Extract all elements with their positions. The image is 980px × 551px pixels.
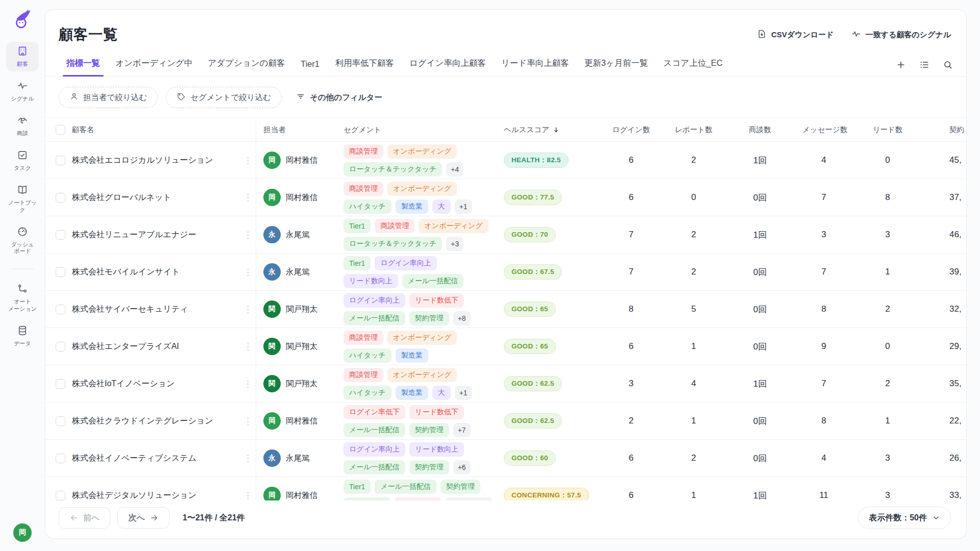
add-view-button[interactable]	[896, 60, 906, 70]
row-menu-kebab-icon[interactable]: ⋮	[243, 454, 252, 463]
row-checkbox[interactable]	[56, 491, 65, 500]
table-row[interactable]: 株式会社サイバーセキュリティ ⋮ 関 関戸翔太 ログイン率向上リード数低下 メー…	[45, 291, 966, 328]
segment-tag: +7	[453, 423, 471, 437]
leads-value: 3	[854, 230, 921, 240]
row-menu-kebab-icon[interactable]: ⋮	[243, 305, 252, 314]
view-tab[interactable]: アダプションの顧客	[200, 52, 292, 76]
row-checkbox[interactable]	[56, 267, 65, 277]
row-checkbox[interactable]	[56, 342, 65, 352]
segment-tag: 契約管理	[440, 480, 480, 494]
sidebar-item-label: 商談	[17, 130, 28, 137]
sidebar-item-label: ノートブック	[7, 199, 38, 214]
col-segment: セグメント	[341, 125, 500, 135]
more-filters-button[interactable]: その他のフィルター	[296, 92, 382, 103]
sidebar-item-automation[interactable]: オート メーション	[6, 280, 39, 316]
segment-tag: リード数向上	[409, 442, 464, 457]
arrow-left-icon	[69, 513, 79, 522]
row-menu-kebab-icon[interactable]: ⋮	[243, 231, 252, 239]
deals-value: 0回	[727, 341, 793, 353]
col-leads: リード数	[854, 125, 921, 135]
owner-name: 岡村雅信	[286, 490, 317, 501]
contract-value: 37,	[921, 192, 967, 203]
table-row[interactable]: 株式会社エンタープライズAI ⋮ 関 関戸翔太 商談管理オンボーディング ハイタ…	[45, 328, 966, 365]
deals-value: 1回	[727, 229, 793, 241]
owner-avatar: 岡	[263, 189, 281, 206]
view-tab[interactable]: リード率向上顧客	[494, 52, 577, 76]
deals-value: 0回	[727, 453, 793, 464]
table-row[interactable]: 株式会社グローバルネット ⋮ 岡 岡村雅信 商談管理オンボーディング ハイタッチ…	[45, 179, 966, 216]
sidebar-item-signal[interactable]: シグナル	[6, 77, 39, 106]
contract-value: 35,	[921, 379, 967, 389]
segment-tag: +1	[455, 386, 472, 400]
dashboard-icon	[17, 226, 28, 239]
table-row[interactable]: 株式会社リニューアブルエナジー ⋮ 永 永尾篤 Tier1商談管理オンボーディン…	[45, 216, 966, 254]
row-checkbox[interactable]	[56, 454, 65, 463]
view-tab[interactable]: 利用率低下顧客	[327, 52, 402, 76]
deals-value: 1回	[727, 378, 793, 390]
view-tab[interactable]: 更新3ヶ月前一覧	[577, 52, 656, 76]
reports-value: 4	[660, 379, 727, 389]
search-button[interactable]	[943, 60, 953, 70]
segment-tag: リード数低下	[409, 405, 464, 419]
segment-tag: ロータッチ＆テックタッチ	[344, 237, 442, 251]
user-avatar[interactable]: 岡	[13, 523, 32, 542]
app-logo-wizard-icon[interactable]	[11, 8, 34, 31]
view-tab[interactable]: ログイン率向上顧客	[402, 52, 494, 76]
row-checkbox[interactable]	[56, 230, 65, 240]
filter-by-segment-button[interactable]: セグメントで絞り込む	[166, 87, 282, 108]
header-actions: CSVダウンロード 一致する顧客のシグナル	[757, 29, 951, 40]
filter-row: 担当者で絞り込む セグメントで絞り込む その他のフィルター	[45, 77, 966, 117]
reports-value: 2	[660, 230, 727, 240]
prev-page-button[interactable]: 前へ	[59, 507, 110, 529]
owner-name: 関戸翔太	[286, 341, 317, 352]
row-checkbox[interactable]	[56, 305, 65, 314]
search-icon	[943, 60, 953, 70]
csv-download-button[interactable]: CSVダウンロード	[757, 29, 834, 40]
owner-name: 永尾篤	[286, 453, 310, 464]
segment-tag: ログイン率低下	[344, 405, 405, 419]
row-checkbox[interactable]	[56, 156, 65, 165]
table-row[interactable]: 株式会社IoTイノベーション ⋮ 関 関戸翔太 商談管理オンボーディング ハイタ…	[45, 365, 966, 403]
row-menu-kebab-icon[interactable]: ⋮	[243, 491, 252, 500]
row-checkbox[interactable]	[56, 416, 65, 426]
segment-tag: ロータッチ＆テックタッチ	[344, 162, 442, 177]
sidebar-item-dashboard[interactable]: ダッシュ ボード	[6, 222, 39, 259]
tag-line-2: ロータッチ＆テックタッチ+3	[344, 237, 500, 251]
table-row[interactable]: 株式会社イノベーティブシステム ⋮ 永 永尾篤 ログイン率向上リード数向上 メー…	[45, 440, 966, 477]
sidebar-item-database[interactable]: データ	[6, 321, 39, 351]
sidebar-item-task[interactable]: タスク	[6, 146, 39, 176]
contract-value: 46,	[921, 230, 967, 240]
health-score-badge: GOOD：60	[504, 450, 556, 466]
customer-name: 株式会社サイバーセキュリティ	[72, 304, 237, 315]
row-menu-kebab-icon[interactable]: ⋮	[243, 417, 252, 425]
view-tab[interactable]: 指標一覧	[59, 52, 108, 76]
sidebar-item-notebook[interactable]: ノートブック	[6, 181, 39, 217]
view-tab[interactable]: Tier1	[292, 53, 327, 76]
page-size-select[interactable]: 表示件数：50件	[858, 507, 951, 529]
select-all-checkbox[interactable]	[56, 125, 65, 135]
row-menu-kebab-icon[interactable]: ⋮	[243, 342, 252, 351]
row-checkbox[interactable]	[56, 379, 65, 389]
customer-name: 株式会社リニューアブルエナジー	[72, 230, 237, 240]
owner-name: 岡村雅信	[286, 155, 317, 166]
segment-tag: Tier1	[344, 256, 371, 270]
next-page-button[interactable]: 次へ	[117, 507, 169, 529]
matching-signals-button[interactable]: 一致する顧客のシグナル	[851, 29, 951, 40]
table-row[interactable]: 株式会社モバイルインサイト ⋮ 永 永尾篤 Tier1ログイン率向上 リード数向…	[45, 254, 966, 291]
tag-line-1: ログイン率低下リード数低下	[344, 405, 500, 419]
table-row[interactable]: 株式会社クラウドインテグレーション ⋮ 岡 岡村雅信 ログイン率低下リード数低下…	[45, 403, 966, 440]
row-checkbox[interactable]	[56, 193, 65, 203]
row-menu-kebab-icon[interactable]: ⋮	[243, 156, 252, 165]
row-menu-kebab-icon[interactable]: ⋮	[243, 268, 252, 277]
col-health-sort[interactable]: ヘルススコア	[500, 125, 602, 135]
filter-by-owner-button[interactable]: 担当者で絞り込む	[59, 87, 158, 108]
list-view-button[interactable]	[919, 60, 929, 70]
table-row[interactable]: 株式会社エコロジカルソリューション ⋮ 岡 岡村雅信 商談管理オンボーディング …	[45, 142, 966, 179]
sidebar-item-building[interactable]: 顧客	[6, 42, 39, 71]
row-menu-kebab-icon[interactable]: ⋮	[243, 380, 252, 388]
row-menu-kebab-icon[interactable]: ⋮	[243, 193, 252, 202]
view-tab[interactable]: スコア上位_EC	[656, 52, 730, 76]
owner-avatar: 関	[263, 338, 281, 355]
view-tab[interactable]: オンボーディング中	[108, 52, 200, 76]
sidebar-item-handshake[interactable]: 商談	[6, 111, 39, 141]
